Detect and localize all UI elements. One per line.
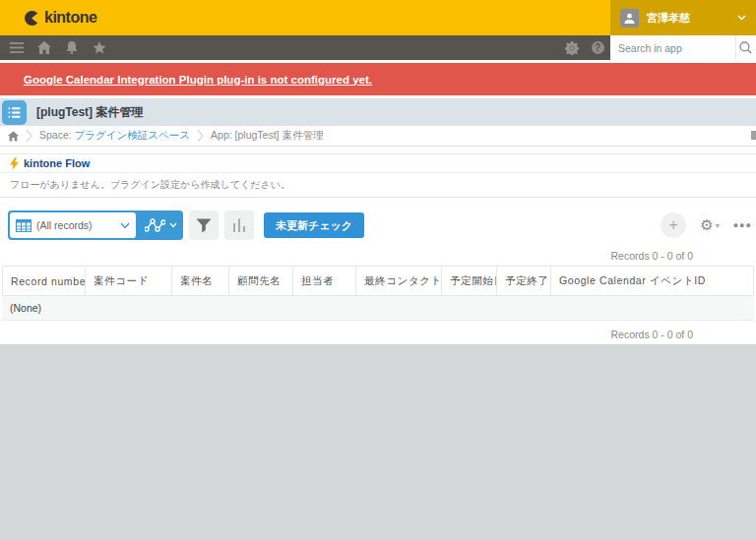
- app-icon[interactable]: [2, 100, 27, 125]
- plugin-error-banner: Google Calendar Integration Plugin plug-…: [0, 63, 756, 95]
- gnav-right: ?: [559, 35, 756, 60]
- breadcrumb-home-icon[interactable]: [8, 131, 19, 142]
- view-selector-label: (All records): [36, 219, 115, 231]
- lightning-bolt-icon: [10, 157, 19, 170]
- column-header-case-name: 案件名: [172, 267, 229, 296]
- chevron-down-icon: [737, 15, 746, 21]
- chevron-down-icon: ▾: [716, 221, 720, 230]
- column-header-client-name: 顧問先名: [229, 267, 293, 296]
- column-header-planned-start: 予定開始日時: [442, 267, 497, 296]
- help-question-glyph: ?: [592, 41, 604, 54]
- flow-empty-message: フローがありません。プラグイン設定から作成してください。: [10, 178, 290, 192]
- column-header-gcal-event-id: Google Calendar イベントID: [551, 267, 754, 296]
- record-table: Record number 案件コード 案件名 顧問先名 担当者 最終コンタクト…: [2, 266, 754, 296]
- column-header-case-code: 案件コード: [86, 267, 172, 296]
- view-toolbar: (All records) 未更新チェック + ⚙▾ ●●●: [0, 210, 756, 240]
- records-count-bottom: Records 0 - 0 of 0: [0, 329, 756, 340]
- breadcrumb-space-link[interactable]: プラグイン検証スペース: [75, 129, 190, 141]
- breadcrumb-separator-icon: [197, 129, 204, 143]
- notification-bell-icon[interactable]: [59, 35, 85, 60]
- user-menu[interactable]: 宮澤孝慈: [610, 0, 756, 35]
- column-header-planned-end: 予定終了日時: [497, 267, 551, 296]
- user-avatar: [620, 9, 639, 28]
- search-icon[interactable]: [735, 35, 756, 60]
- kintone-flow-title: kintone Flow: [24, 157, 90, 169]
- records-count-top: Records 0 - 0 of 0: [0, 250, 756, 262]
- app-settings-gear-icon[interactable]: ⚙▾: [700, 216, 719, 234]
- view-selector-group: (All records): [8, 210, 183, 240]
- column-header-last-contact-date: 最終コンタクト日: [356, 267, 442, 296]
- kintone-logo-text: kintone: [44, 9, 96, 27]
- filter-button[interactable]: [189, 210, 219, 240]
- kintone-flow-panel: kintone Flow フローがありません。プラグイン設定から作成してください…: [0, 153, 756, 198]
- plugin-config-link[interactable]: Google Calendar Integration Plugin plug-…: [24, 74, 372, 86]
- settings-gear-icon[interactable]: [559, 35, 585, 60]
- app-search: [610, 35, 756, 60]
- table-view-icon: [16, 219, 32, 232]
- kintone-logo-icon: [24, 10, 40, 27]
- unupdated-check-button[interactable]: 未更新チェック: [264, 212, 364, 238]
- table-group-row-none: (None): [2, 296, 754, 321]
- breadcrumb-space-item: Space: プラグイン検証スペース: [39, 129, 190, 143]
- kintone-flow-body: フローがありません。プラグイン設定から作成してください。: [0, 173, 756, 197]
- add-record-button[interactable]: +: [661, 212, 686, 238]
- gnav-left-icons: [0, 35, 112, 60]
- breadcrumb-separator-icon: [26, 129, 32, 143]
- search-input[interactable]: [610, 35, 735, 60]
- breadcrumb-app-item: App: [plugTest] 案件管理: [211, 129, 323, 143]
- home-icon[interactable]: [32, 35, 57, 60]
- breadcrumb-right-cropped-icon: [751, 131, 756, 140]
- chart-button[interactable]: [224, 210, 254, 240]
- flow-chart-view-button[interactable]: [138, 218, 183, 233]
- user-name: 宮澤孝慈: [647, 11, 729, 26]
- view-selector[interactable]: (All records): [10, 212, 136, 238]
- column-header-assignee: 担当者: [293, 267, 356, 296]
- help-icon[interactable]: ?: [585, 35, 610, 60]
- chevron-down-icon: [120, 222, 130, 229]
- global-nav: ?: [0, 35, 756, 60]
- breadcrumb: Space: プラグイン検証スペース App: [plugTest] 案件管理: [0, 126, 756, 147]
- more-options-button[interactable]: ●●●: [733, 220, 752, 230]
- kintone-flow-header: kintone Flow: [0, 154, 756, 173]
- table-header-row: Record number 案件コード 案件名 顧問先名 担当者 最終コンタクト…: [3, 267, 754, 296]
- favorites-star-icon[interactable]: [87, 35, 112, 60]
- top-header: kintone 宮澤孝慈: [0, 0, 756, 35]
- view-toolbar-right: + ⚙▾ ●●●: [661, 212, 748, 238]
- app-titlebar: [plugTest] 案件管理: [0, 98, 756, 126]
- kintone-logo[interactable]: kintone: [0, 0, 96, 35]
- page-background: [0, 344, 756, 540]
- app-title: [plugTest] 案件管理: [36, 104, 143, 121]
- hamburger-menu-icon[interactable]: [4, 35, 30, 60]
- column-header-record-number: Record number: [3, 267, 86, 296]
- breadcrumb-space-prefix: Space:: [39, 129, 75, 141]
